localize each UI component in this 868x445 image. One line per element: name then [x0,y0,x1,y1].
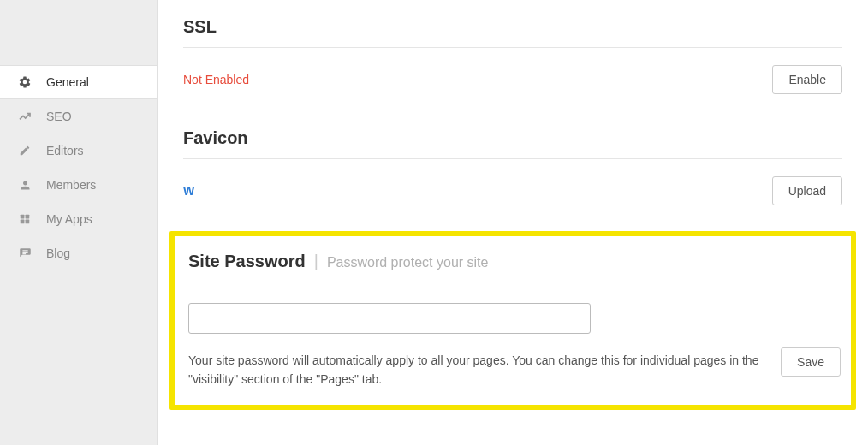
sidebar-item-label: Members [46,178,96,192]
ssl-heading: SSL [183,17,842,48]
gear-icon [17,74,33,90]
person-icon [17,177,33,193]
settings-sidebar: General SEO Editors Members My Apps Blog [0,0,158,445]
sidebar-item-label: Editors [46,144,84,157]
sidebar-item-members[interactable]: Members [0,168,157,202]
svg-rect-2 [21,220,25,224]
sidebar-item-seo[interactable]: SEO [0,99,157,134]
sidebar-item-label: My Apps [46,212,92,226]
apps-icon [17,211,33,227]
favicon-heading: Favicon [183,128,842,159]
sidebar-item-blog[interactable]: Blog [0,236,157,270]
favicon-section: Favicon W Upload [183,128,842,205]
pencil-icon [17,143,33,158]
svg-rect-3 [26,220,30,224]
site-password-title: Site Password [188,252,306,271]
favicon-preview-icon: W [183,184,194,198]
chat-icon [17,246,33,261]
sidebar-item-label: SEO [46,110,72,123]
enable-ssl-button[interactable]: Enable [772,65,842,94]
svg-rect-0 [21,215,25,219]
site-password-subtitle: Password protect your site [327,255,489,270]
svg-rect-1 [26,215,30,219]
site-password-heading: Site Password | Password protect your si… [188,252,841,282]
site-password-help: Your site password will automatically ap… [188,351,770,389]
trending-up-icon [17,109,33,124]
site-password-input[interactable] [188,303,591,334]
sidebar-item-label: General [46,75,89,89]
upload-favicon-button[interactable]: Upload [772,176,842,205]
main-content: SSL Not Enabled Enable Favicon W Upload … [158,0,868,445]
ssl-section: SSL Not Enabled Enable [183,17,842,94]
sidebar-item-label: Blog [46,246,70,260]
site-password-highlight: Site Password | Password protect your si… [169,231,856,410]
ssl-status: Not Enabled [183,73,249,86]
divider: | [314,252,318,271]
sidebar-item-general[interactable]: General [0,65,157,99]
sidebar-item-editors[interactable]: Editors [0,134,157,168]
sidebar-item-my-apps[interactable]: My Apps [0,202,157,236]
save-password-button[interactable]: Save [781,347,841,377]
